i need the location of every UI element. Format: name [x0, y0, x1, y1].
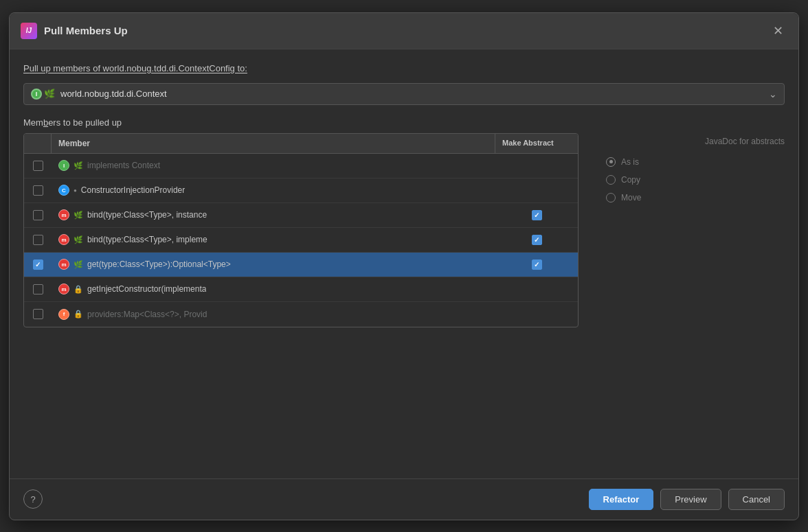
row6-sub-icon: 🔒: [74, 285, 83, 294]
preview-button[interactable]: Preview: [660, 489, 721, 510]
radio-as-is-label: As is: [621, 157, 639, 167]
row4-check-cell: [24, 232, 52, 248]
pull-members-up-dialog: IJ Pull Members Up ✕ Pull up members of …: [9, 12, 799, 520]
row4-sub-icon: 🌿: [74, 235, 83, 244]
radio-copy[interactable]: [606, 175, 616, 185]
row5-check-cell: [24, 257, 52, 273]
row1-member-icon: I: [58, 160, 69, 171]
row3-sub-icon: 🌿: [74, 211, 83, 220]
javadoc-panel: JavaDoc for abstracts As is Copy Move: [592, 117, 785, 465]
row3-abstract-cell[interactable]: [495, 207, 578, 223]
members-table: Member Make Abstract I 🌿 implements Cont…: [23, 133, 579, 327]
javadoc-option-as-is[interactable]: As is: [606, 157, 639, 167]
close-button[interactable]: ✕: [768, 21, 787, 41]
row5-abstract-checkbox[interactable]: [532, 259, 542, 270]
row7-check-cell: [24, 306, 52, 322]
row3-check-cell: [24, 207, 52, 223]
row3-abstract-checkbox[interactable]: [532, 210, 542, 220]
refactor-button[interactable]: Refactor: [589, 489, 654, 510]
row1-member-cell: I 🌿 implements Context: [52, 157, 495, 174]
row2-check-cell: [24, 183, 52, 198]
row4-abstract-cell[interactable]: [495, 232, 578, 248]
members-section: Members to be pulled up Member Make Abst…: [23, 117, 785, 465]
javadoc-title: JavaDoc for abstracts: [592, 137, 785, 146]
row2-checkbox[interactable]: [33, 185, 43, 196]
dialog-title: Pull Members Up: [44, 25, 768, 36]
table-row: f 🔒 providers:Map<Class<?>, Provid: [24, 302, 578, 327]
target-class-name: world.nobug.tdd.di.Context: [60, 89, 769, 99]
row5-member-icon: m: [58, 259, 69, 270]
app-icon: IJ: [21, 23, 37, 39]
row1-abstract-cell: [495, 163, 578, 168]
pull-up-description: Pull up members of world.nobug.tdd.di.Co…: [23, 63, 785, 73]
row3-checkbox[interactable]: [33, 210, 43, 220]
table-row: I 🌿 implements Context: [24, 154, 578, 178]
members-table-container: Members to be pulled up Member Make Abst…: [23, 117, 579, 465]
row4-member-cell: m 🌿 bind(type:Class<Type>, impleme: [52, 231, 495, 248]
col-abstract-header: Make Abstract: [495, 134, 578, 153]
row6-member-icon: m: [58, 284, 69, 294]
row1-check-cell: [24, 158, 52, 174]
row7-member-cell: f 🔒 providers:Map<Class<?>, Provid: [52, 306, 495, 323]
radio-move-label: Move: [621, 193, 641, 203]
row4-checkbox[interactable]: [33, 235, 43, 245]
row6-member-text: getInjectConstructor(implementa: [87, 284, 206, 294]
row1-checkbox[interactable]: [33, 161, 43, 171]
javadoc-options: As is Copy Move: [592, 157, 785, 203]
row4-abstract-checkbox[interactable]: [532, 235, 542, 245]
row5-sub-icon: 🌿: [74, 260, 83, 269]
row5-abstract-cell[interactable]: [495, 257, 578, 273]
cancel-button[interactable]: Cancel: [728, 489, 785, 510]
table-row: m 🌿 bind(type:Class<Type>, impleme: [24, 228, 578, 253]
row3-member-icon: m: [58, 209, 69, 220]
members-label: Members to be pulled up: [23, 117, 579, 128]
leaf-icon: 🌿: [44, 89, 55, 99]
help-button[interactable]: ?: [23, 489, 43, 509]
dialog-footer: ? Refactor Preview Cancel: [10, 478, 798, 520]
dialog-body: Pull up members of world.nobug.tdd.di.Co…: [10, 49, 798, 478]
row7-sub-icon: 🔒: [74, 310, 83, 319]
row2-member-text: ConstructorInjectionProvider: [81, 185, 185, 195]
javadoc-option-copy[interactable]: Copy: [606, 175, 640, 185]
dropdown-arrow-icon: ⌄: [769, 89, 777, 100]
table-row: m 🌿 bind(type:Class<Type>, instance: [24, 203, 578, 228]
row2-sub-icon: ●: [74, 187, 77, 194]
row5-member-text: get(type:Class<Type>):Optional<Type>: [87, 259, 231, 269]
target-class-selector[interactable]: I 🌿 world.nobug.tdd.di.Context ⌄: [23, 83, 785, 105]
row7-member-text: providers:Map<Class<?>, Provid: [87, 310, 207, 319]
row5-member-cell: m 🌿 get(type:Class<Type>):Optional<Type>: [52, 256, 495, 273]
table-row: C ● ConstructorInjectionProvider: [24, 178, 578, 203]
row3-member-text: bind(type:Class<Type>, instance: [87, 210, 207, 220]
row5-checkbox[interactable]: [33, 259, 43, 270]
interface-icon: I: [31, 89, 42, 100]
row4-member-text: bind(type:Class<Type>, impleme: [87, 235, 207, 244]
row4-member-icon: m: [58, 234, 69, 245]
row6-member-cell: m 🔒 getInjectConstructor(implementa: [52, 281, 495, 297]
radio-copy-label: Copy: [621, 175, 640, 185]
table-row: m 🔒 getInjectConstructor(implementa: [24, 277, 578, 302]
row2-member-cell: C ● ConstructorInjectionProvider: [52, 182, 495, 198]
row1-member-text: implements Context: [87, 161, 160, 170]
col-member-header: Member: [52, 134, 495, 153]
radio-move[interactable]: [606, 193, 616, 203]
row6-check-cell: [24, 281, 52, 297]
row3-member-cell: m 🌿 bind(type:Class<Type>, instance: [52, 207, 495, 223]
row7-abstract-cell: [495, 312, 578, 317]
radio-as-is[interactable]: [606, 157, 616, 167]
row7-checkbox[interactable]: [33, 309, 43, 319]
col-checkbox: [24, 134, 52, 153]
table-row[interactable]: m 🌿 get(type:Class<Type>):Optional<Type>: [24, 253, 578, 277]
row1-sub-icon: 🌿: [74, 161, 83, 170]
table-header: Member Make Abstract: [24, 134, 578, 154]
class-selector-icons: I 🌿: [31, 89, 55, 100]
title-bar: IJ Pull Members Up ✕: [10, 13, 798, 49]
row6-checkbox[interactable]: [33, 284, 43, 294]
row6-abstract-cell: [495, 286, 578, 292]
row2-member-icon: C: [58, 185, 69, 196]
row7-member-icon: f: [58, 309, 69, 320]
javadoc-option-move[interactable]: Move: [606, 193, 641, 203]
row2-abstract-cell: [495, 187, 578, 193]
